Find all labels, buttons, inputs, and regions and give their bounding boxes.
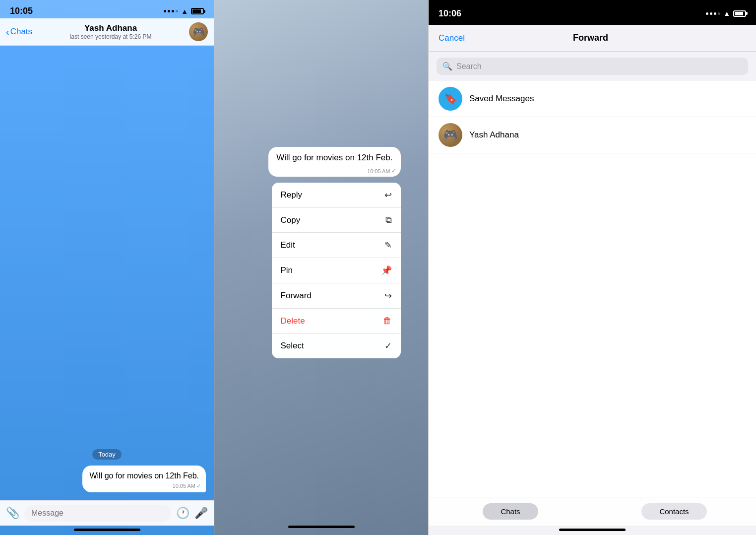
yash-name: Yash Adhana <box>469 130 519 140</box>
home-indicator-panel3 <box>559 529 626 531</box>
battery-icon-white <box>733 10 746 17</box>
chat-body: Today Will go for movies on 12th Feb. 10… <box>0 46 214 500</box>
delete-icon: 🗑 <box>383 316 392 326</box>
mic-icon[interactable]: 🎤 <box>194 507 208 520</box>
preview-meta: 10:05 AM ✓ <box>367 168 395 174</box>
menu-item-copy[interactable]: Copy ⧉ <box>272 208 401 233</box>
tab-chats[interactable]: Chats <box>429 503 592 520</box>
chat-header: ‹ Chats Yash Adhana last seen yesterday … <box>0 18 214 46</box>
message-bubble[interactable]: Will go for movies on 12th Feb. 10:05 AM… <box>82 466 206 492</box>
preview-time: 10:05 AM <box>367 168 390 174</box>
contact-item-saved[interactable]: 🔖 Saved Messages <box>429 81 756 117</box>
wifi-icon: ▲ <box>181 7 188 15</box>
menu-item-forward[interactable]: Forward ↪ <box>272 283 401 309</box>
preview-text: Will go for movies on 12th Feb. <box>276 153 392 162</box>
menu-item-pin[interactable]: Pin 📌 <box>272 258 401 283</box>
context-menu: Reply ↩ Copy ⧉ Edit ✎ Pin 📌 Forward ↪ De… <box>272 183 401 358</box>
forward-icon: ↪ <box>384 290 392 301</box>
search-icon: 🔍 <box>442 62 452 71</box>
status-bar-panel3: 10:06 ▲ <box>429 0 756 25</box>
panel2-content: Will go for movies on 12th Feb. 10:05 AM… <box>242 147 401 358</box>
input-bar: 📎 🕐 🎤 <box>0 500 214 526</box>
reply-icon: ↩ <box>384 190 392 201</box>
signal-icon <box>164 10 178 12</box>
edit-icon: ✎ <box>384 240 392 251</box>
chevron-left-icon: ‹ <box>6 26 9 38</box>
time-panel3: 10:06 <box>439 8 461 19</box>
reply-label: Reply <box>281 190 302 200</box>
preview-checkmark: ✓ <box>391 168 396 174</box>
menu-item-select[interactable]: Select ✓ <box>272 334 401 358</box>
saved-messages-avatar: 🔖 <box>439 87 462 111</box>
contacts-tab-button[interactable]: Contacts <box>641 503 706 520</box>
pin-icon: 📌 <box>381 265 392 276</box>
select-label: Select <box>281 341 304 351</box>
forward-title: Forward <box>573 33 608 43</box>
signal-icon-white <box>706 12 720 15</box>
bookmark-icon: 🔖 <box>444 92 457 105</box>
message-text: Will go for movies on 12th Feb. <box>89 471 199 480</box>
wifi-icon-white: ▲ <box>723 9 730 17</box>
status-bar-panel1: 10:05 ▲ <box>0 0 214 18</box>
forward-panel: 10:06 ▲ Cancel Forward 🔍 Search 🔖 <box>429 0 756 535</box>
home-indicator-panel1 <box>74 529 140 531</box>
date-badge: Today <box>92 449 122 460</box>
delete-label: Delete <box>281 316 305 326</box>
contacts-list: 🔖 Saved Messages 🎮 Yash Adhana <box>429 81 756 497</box>
home-indicator-panel2 <box>288 526 355 528</box>
contact-item-yash[interactable]: 🎮 Yash Adhana <box>429 117 756 153</box>
contact-status: last seen yesterday at 5:26 PM <box>36 33 185 40</box>
avatar-image: 🎮 <box>189 22 208 41</box>
preview-message: Will go for movies on 12th Feb. 10:05 AM… <box>268 147 400 177</box>
bottom-tabs: Chats Contacts <box>429 497 756 526</box>
chats-tab-button[interactable]: Chats <box>483 503 538 520</box>
time-panel1: 10:05 <box>10 6 33 16</box>
status-icons-panel1: ▲ <box>164 7 204 15</box>
copy-icon: ⧉ <box>385 215 392 225</box>
menu-item-delete[interactable]: Delete 🗑 <box>272 309 401 334</box>
search-bar[interactable]: 🔍 Search <box>437 58 748 75</box>
forward-header: Cancel Forward <box>429 25 756 52</box>
forward-label: Forward <box>281 291 312 301</box>
avatar[interactable]: 🎮 <box>189 22 208 41</box>
attachment-icon[interactable]: 📎 <box>6 507 19 520</box>
yash-avatar: 🎮 <box>439 123 462 147</box>
select-icon: ✓ <box>384 340 392 351</box>
menu-item-edit[interactable]: Edit ✎ <box>272 233 401 258</box>
copy-label: Copy <box>281 215 301 225</box>
saved-messages-name: Saved Messages <box>469 94 534 104</box>
battery-icon <box>191 8 204 14</box>
header-center: Yash Adhana last seen yesterday at 5:26 … <box>36 23 185 40</box>
read-checkmark: ✓ <box>196 482 201 490</box>
context-menu-panel: Will go for movies on 12th Feb. 10:05 AM… <box>214 0 429 535</box>
cancel-button[interactable]: Cancel <box>439 33 465 43</box>
search-placeholder: Search <box>456 62 482 71</box>
tab-contacts[interactable]: Contacts <box>592 503 756 520</box>
status-icons-panel3: ▲ <box>706 9 746 17</box>
back-label: Chats <box>10 27 32 37</box>
date-label: Today <box>8 449 206 460</box>
edit-label: Edit <box>281 240 295 250</box>
message-input[interactable] <box>24 505 171 522</box>
message-meta: 10:05 AM ✓ <box>173 482 201 490</box>
back-button[interactable]: ‹ Chats <box>6 26 32 38</box>
contact-name: Yash Adhana <box>36 23 185 33</box>
chat-panel: 10:05 ▲ ‹ Chats Yash Adhana last seen ye… <box>0 0 214 535</box>
menu-item-reply[interactable]: Reply ↩ <box>272 183 401 208</box>
pin-label: Pin <box>281 266 293 275</box>
message-time: 10:05 AM <box>173 482 195 490</box>
yash-avatar-icon: 🎮 <box>443 128 458 142</box>
sticker-icon[interactable]: 🕐 <box>176 507 189 520</box>
